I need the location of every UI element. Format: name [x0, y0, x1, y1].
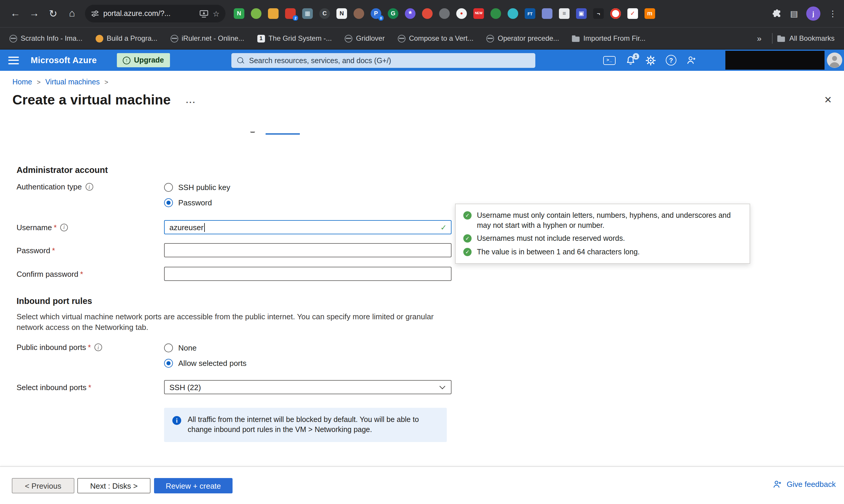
extension-icon[interactable]	[542, 8, 553, 19]
extension-icon[interactable]	[268, 8, 279, 19]
password-input[interactable]	[164, 243, 451, 257]
search-input[interactable]	[249, 56, 529, 65]
site-settings-icon[interactable]	[91, 10, 99, 18]
username-validation-tooltip: Username must only contain letters, numb…	[455, 204, 750, 264]
help-icon[interactable]: ?	[666, 55, 676, 66]
all-bookmarks-label: All Bookmarks	[789, 34, 834, 42]
info-filled-icon	[172, 416, 181, 425]
bookmark-label: Operator precede...	[498, 34, 559, 42]
inbound-info-text: All traffic from the internet will be bl…	[188, 415, 430, 435]
breadcrumb-separator-icon: >	[37, 78, 41, 86]
chevron-down-icon	[439, 383, 445, 389]
extensions-puzzle-icon[interactable]	[772, 8, 782, 19]
url-text[interactable]: portal.azure.com/?...	[103, 10, 196, 18]
confirm-password-row: Confirm password *	[17, 267, 827, 281]
account-avatar[interactable]	[827, 53, 842, 68]
title-overflow-icon[interactable]: ···	[186, 97, 196, 107]
extension-icon[interactable]: 2	[285, 8, 296, 19]
extension-icon[interactable]	[251, 8, 262, 19]
hamburger-menu-icon[interactable]	[8, 56, 19, 64]
extension-icon[interactable]	[354, 8, 364, 19]
selected-port-value: SSH (22)	[169, 383, 201, 392]
radio-option[interactable]: Allow selected ports	[164, 355, 827, 371]
previous-button[interactable]: < Previous	[12, 478, 74, 493]
give-feedback-link[interactable]: Give feedback	[773, 480, 836, 489]
radio-option[interactable]: None	[164, 340, 827, 355]
public-inbound-ports-row: Public inbound ports * None Allow	[17, 340, 827, 371]
address-bar[interactable]: portal.azure.com/?... ☆	[85, 5, 226, 22]
bookmark-item[interactable]: Imported From Fir...	[572, 34, 646, 42]
bookmarks-overflow-icon[interactable]: »	[751, 34, 768, 43]
breadcrumb-link[interactable]: Virtual machines	[46, 78, 100, 86]
extension-glyph: P	[374, 11, 378, 17]
confirm-password-input[interactable]	[164, 267, 451, 281]
radio-option[interactable]: SSH public key	[164, 179, 827, 195]
extension-icon[interactable]: NEW	[473, 8, 484, 19]
extension-icon[interactable]: N	[234, 8, 244, 19]
close-icon[interactable]: ×	[824, 93, 832, 106]
extension-icon[interactable]	[610, 8, 621, 19]
extension-icon[interactable]	[439, 8, 450, 19]
extension-icon[interactable]: m	[645, 8, 655, 19]
validation-item: Usernames must not include reserved word…	[463, 234, 742, 244]
upgrade-button[interactable]: ↑ Upgrade	[117, 53, 170, 67]
clipped-link[interactable]	[266, 133, 300, 134]
extension-glyph: ▣	[579, 11, 584, 17]
forward-icon[interactable]: →	[25, 4, 44, 23]
next-disks-button[interactable]: Next : Disks >	[77, 478, 150, 493]
info-icon[interactable]	[94, 343, 102, 351]
select-inbound-ports-dropdown[interactable]: SSH (22)	[164, 380, 451, 394]
cloud-shell-icon[interactable]: >_	[603, 56, 615, 65]
extension-icon[interactable]	[422, 8, 433, 19]
home-icon[interactable]: ⌂	[62, 4, 82, 23]
extension-icon[interactable]: *	[405, 8, 415, 19]
review-create-button[interactable]: Review + create	[154, 478, 233, 493]
public-inbound-ports-label: Public inbound ports *	[17, 340, 164, 352]
feedback-person-icon	[773, 480, 783, 489]
bookmark-item[interactable]: Build a Progra...	[95, 34, 157, 42]
feedback-icon[interactable]	[686, 55, 697, 65]
browser-menu-icon[interactable]: ⋮	[829, 9, 837, 18]
username-input[interactable]: azureuser ✓	[164, 220, 451, 234]
extension-icon[interactable]: N	[337, 8, 347, 19]
extension-icon[interactable]: FT	[525, 8, 535, 19]
extension-icon[interactable]: ≡	[559, 8, 570, 19]
bookmark-item[interactable]: 1 The Grid System -...	[257, 34, 332, 42]
reload-icon[interactable]: ↻	[44, 4, 62, 23]
settings-gear-icon[interactable]	[646, 55, 656, 65]
extension-icon[interactable]: ✓	[627, 8, 638, 19]
extension-icon[interactable]	[507, 8, 518, 19]
info-icon[interactable]	[60, 223, 68, 231]
extension-icon[interactable]: ▦	[302, 8, 313, 19]
extension-icon[interactable]	[490, 8, 501, 19]
extension-icon[interactable]: ▣	[576, 8, 587, 19]
side-panel-icon[interactable]: ▤	[790, 9, 798, 18]
notifications-bell-icon[interactable]: 1	[626, 55, 636, 65]
bookmark-item[interactable]: Operator precede...	[487, 34, 559, 42]
clipped-text-fragment	[250, 130, 255, 133]
bookmark-star-icon[interactable]: ☆	[213, 9, 219, 18]
search-icon	[237, 57, 244, 64]
extension-icon[interactable]: P 0	[371, 8, 381, 19]
bookmark-item[interactable]: Scratch Info - Ima...	[10, 34, 82, 42]
extension-glyph: ≡	[562, 11, 566, 17]
bookmark-item[interactable]: Gridlover	[345, 34, 384, 42]
extension-badge: 0	[378, 15, 384, 21]
breadcrumb-link[interactable]: Home	[12, 78, 32, 86]
bookmark-item[interactable]: Compose to a Vert...	[398, 34, 474, 42]
bookmark-item[interactable]: iRuler.net - Online...	[170, 34, 244, 42]
extension-icon[interactable]: C	[319, 8, 330, 19]
radio-label: Allow selected ports	[178, 359, 247, 367]
info-icon[interactable]	[85, 183, 93, 191]
browser-profile-avatar[interactable]: j	[806, 6, 820, 21]
save-page-icon[interactable]	[200, 10, 209, 17]
text-cursor	[204, 223, 205, 232]
extension-icon[interactable]: ¬	[593, 8, 604, 19]
global-search[interactable]	[231, 53, 535, 68]
all-bookmarks-button[interactable]: All Bookmarks	[778, 34, 834, 42]
bookmarks-bar: Scratch Info - Ima... Build a Progra... …	[0, 27, 844, 50]
azure-brand[interactable]: Microsoft Azure	[31, 55, 97, 65]
back-icon[interactable]: ←	[6, 4, 25, 23]
extension-icon[interactable]: ●	[456, 8, 467, 19]
extension-icon[interactable]: G	[388, 8, 398, 19]
